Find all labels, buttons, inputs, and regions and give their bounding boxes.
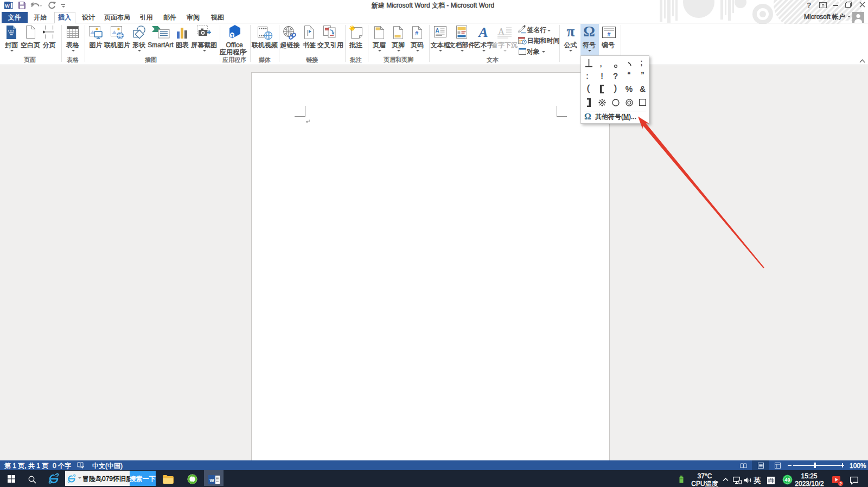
svg-text:#: # xyxy=(415,30,418,36)
svg-text:Ω: Ω xyxy=(584,112,591,121)
svg-text:π: π xyxy=(567,23,575,40)
svg-text:W: W xyxy=(5,3,10,9)
svg-text:Ω: Ω xyxy=(583,23,595,40)
svg-text:A: A xyxy=(477,24,488,40)
svg-text:2: 2 xyxy=(839,481,842,486)
svg-text:A: A xyxy=(435,28,439,34)
svg-text:#: # xyxy=(608,31,611,37)
svg-text:A: A xyxy=(498,27,505,37)
svg-text:W: W xyxy=(209,478,214,483)
